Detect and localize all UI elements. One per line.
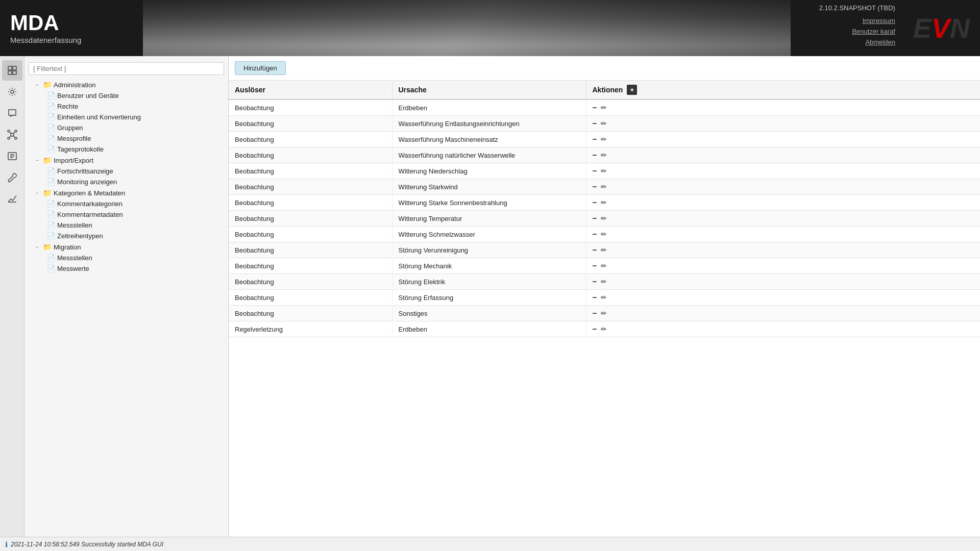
cell-actions: – ✏: [586, 274, 980, 290]
filter-input[interactable]: [29, 62, 224, 75]
tree-item-benutzer[interactable]: 📄 Benutzer und Geräte: [24, 90, 228, 101]
table-add-icon[interactable]: +: [627, 85, 637, 95]
edit-button[interactable]: ✏: [601, 246, 607, 254]
doc-gruppen-icon: 📄: [47, 124, 55, 132]
tree-item-fortschrittsanzeige[interactable]: 📄 Fortschrittsanzeige: [24, 166, 228, 177]
nav-icon-settings[interactable]: [2, 82, 22, 102]
impressum-link[interactable]: Impressum: [852, 16, 895, 27]
delete-button[interactable]: –: [593, 214, 597, 222]
cell-ausloser: Beobachtung: [229, 116, 392, 132]
doc-rechte-icon: 📄: [47, 103, 55, 110]
toggle-administration[interactable]: −: [36, 82, 43, 88]
tree-item-migration[interactable]: − 📁 Migration: [24, 241, 228, 253]
delete-button[interactable]: –: [593, 167, 597, 175]
delete-button[interactable]: –: [593, 309, 597, 317]
header-info: 2.10.2.SNAPSHOT (TBD) Impressum Benutzer…: [791, 0, 903, 56]
nav-icon-comment[interactable]: [2, 103, 22, 123]
cell-ausloser: Regelverletzung: [229, 321, 392, 337]
tree-item-tagesprotokolle[interactable]: 📄 Tagesprotokolle: [24, 144, 228, 155]
edit-button[interactable]: ✏: [601, 214, 607, 222]
tree-item-monitoring[interactable]: 📄 Monitoring anzeigen: [24, 177, 228, 187]
nav-icon-network[interactable]: [2, 124, 22, 145]
edit-button[interactable]: ✏: [601, 293, 607, 302]
cell-actions: – ✏: [586, 147, 980, 163]
tree-item-gruppen[interactable]: 📄 Gruppen: [24, 122, 228, 133]
folder-administration-icon: 📁: [43, 81, 52, 89]
edit-button[interactable]: ✏: [601, 230, 607, 238]
delete-button[interactable]: –: [593, 230, 597, 238]
delete-button[interactable]: –: [593, 198, 597, 207]
tree-label-kommentarmetadaten: Kommentarmetadaten: [57, 211, 123, 218]
tree-item-rechte[interactable]: 📄 Rechte: [24, 101, 228, 112]
table-row: Beobachtung Sonstiges – ✏: [229, 306, 980, 321]
main-area: − 📁 Administration 📄 Benutzer und Geräte…: [0, 56, 980, 537]
nav-icon-wrench[interactable]: [2, 167, 22, 188]
tree-item-messstellen-mig[interactable]: 📄 Messstellen: [24, 253, 228, 263]
edit-button[interactable]: ✏: [601, 104, 607, 112]
toggle-kategorien[interactable]: −: [36, 190, 43, 196]
tree-item-kommentarkategorien[interactable]: 📄 Kommentarkategorien: [24, 198, 228, 209]
tree-item-kommentarmetadaten[interactable]: 📄 Kommentarmetadaten: [24, 209, 228, 220]
cell-ausloser: Beobachtung: [229, 258, 392, 274]
tree-label-messstellen-mig: Messstellen: [57, 254, 92, 262]
svg-line-10: [10, 132, 11, 134]
delete-button[interactable]: –: [593, 293, 597, 302]
edit-button[interactable]: ✏: [601, 167, 607, 175]
edit-button[interactable]: ✏: [601, 278, 607, 286]
tree-item-import-export[interactable]: − 📁 Import/Export: [24, 155, 228, 166]
svg-rect-3: [13, 71, 16, 74]
tree-label-gruppen: Gruppen: [57, 124, 83, 132]
tree-label-kategorien: Kategorien & Metadaten: [54, 189, 125, 197]
delete-button[interactable]: –: [593, 262, 597, 270]
cell-ursache: Witterung Temperatur: [392, 211, 586, 227]
svg-point-8: [8, 137, 10, 139]
abmelden-link[interactable]: Abmelden: [852, 37, 895, 48]
edit-button[interactable]: ✏: [601, 151, 607, 159]
tree-item-messwerte[interactable]: 📄 Messwerte: [24, 263, 228, 274]
tree-label-kommentarkategorien: Kommentarkategorien: [57, 200, 122, 208]
header-links[interactable]: Impressum Benutzer karaf Abmelden: [852, 16, 895, 47]
delete-button[interactable]: –: [593, 104, 597, 112]
delete-button[interactable]: –: [593, 246, 597, 254]
edit-button[interactable]: ✏: [601, 198, 607, 207]
edit-button[interactable]: ✏: [601, 309, 607, 317]
tree-item-administration[interactable]: − 📁 Administration: [24, 79, 228, 90]
nav-icon-list[interactable]: [2, 146, 22, 166]
edit-button[interactable]: ✏: [601, 262, 607, 270]
cell-ausloser: Beobachtung: [229, 211, 392, 227]
benutzer-link[interactable]: Benutzer karaf: [852, 27, 895, 37]
svg-rect-2: [8, 71, 12, 74]
tree-item-einheiten[interactable]: 📄 Einheiten und Konvertierung: [24, 112, 228, 122]
cell-ursache: Wasserführung natürlicher Wasserwelle: [392, 147, 586, 163]
delete-button[interactable]: –: [593, 151, 597, 159]
edit-button[interactable]: ✏: [601, 325, 607, 333]
doc-tagesprotokolle-icon: 📄: [47, 145, 55, 153]
edit-button[interactable]: ✏: [601, 119, 607, 128]
delete-button[interactable]: –: [593, 325, 597, 333]
delete-button[interactable]: –: [593, 278, 597, 286]
doc-monitoring-icon: 📄: [47, 178, 55, 186]
logo-n: N: [950, 13, 970, 43]
tree-item-messstellen-kat[interactable]: 📄 Messstellen: [24, 220, 228, 231]
delete-button[interactable]: –: [593, 135, 597, 143]
toggle-migration[interactable]: −: [36, 244, 43, 250]
tree-label-fortschrittsanzeige: Fortschrittsanzeige: [57, 167, 113, 175]
folder-kategorien-icon: 📁: [43, 189, 52, 197]
delete-button[interactable]: –: [593, 119, 597, 128]
delete-button[interactable]: –: [593, 183, 597, 191]
nav-icon-grid[interactable]: [2, 60, 22, 81]
folder-import-export-icon: 📁: [43, 156, 52, 164]
table-row: Beobachtung Wasserführung Entlastungsein…: [229, 116, 980, 132]
cell-ausloser: Beobachtung: [229, 274, 392, 290]
nav-icon-chart[interactable]: [2, 189, 22, 209]
add-button[interactable]: Hinzufügen: [235, 61, 286, 75]
edit-button[interactable]: ✏: [601, 183, 607, 191]
cell-actions: – ✏: [586, 321, 980, 337]
edit-button[interactable]: ✏: [601, 135, 607, 143]
tree-item-kategorien[interactable]: − 📁 Kategorien & Metadaten: [24, 187, 228, 198]
tree-item-zeitreihentypen[interactable]: 📄 Zeitreihentypen: [24, 231, 228, 241]
table-row: Beobachtung Erdbeben – ✏: [229, 99, 980, 116]
toggle-import-export[interactable]: −: [36, 158, 43, 163]
tree-item-messprofile[interactable]: 📄 Messprofile: [24, 133, 228, 144]
cell-actions: – ✏: [586, 290, 980, 306]
